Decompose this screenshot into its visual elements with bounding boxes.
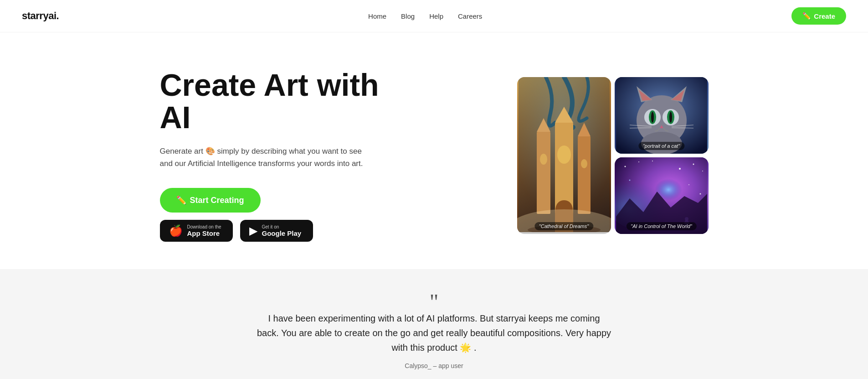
- hero-images: "Cathedral of Dreams": [517, 77, 709, 234]
- google-play-icon: ▶: [249, 224, 257, 237]
- cathedral-svg: [517, 77, 611, 232]
- svg-point-40: [699, 193, 701, 194]
- image-grid: "Cathedral of Dreams": [517, 77, 709, 234]
- start-creating-button[interactable]: ✏️ Start Creating: [160, 188, 261, 213]
- svg-rect-1: [537, 132, 550, 214]
- svg-point-7: [557, 145, 571, 164]
- cathedral-image: [517, 77, 611, 232]
- space-label: "AI in Control of The World": [626, 222, 696, 230]
- navbar: starryai. Home Blog Help Careers ✏️ Crea…: [0, 0, 868, 32]
- app-store-big-text: App Store: [187, 229, 221, 237]
- cathedral-card: "Cathedral of Dreams": [517, 77, 611, 234]
- svg-point-37: [652, 161, 653, 161]
- testimonial-text: I have been experimenting with a lot of …: [257, 311, 612, 355]
- nav-create-label: Create: [814, 12, 835, 20]
- svg-point-8: [540, 154, 547, 165]
- cathedral-label: "Cathedral of Dreams": [534, 222, 593, 230]
- nav-careers[interactable]: Careers: [458, 12, 482, 20]
- svg-point-23: [669, 112, 672, 123]
- space-card: "AI in Control of The World": [615, 157, 709, 234]
- cat-label: "portrait of a cat": [638, 142, 684, 150]
- start-button-label: Start Creating: [190, 196, 244, 205]
- nav-home[interactable]: Home: [368, 12, 386, 20]
- svg-point-9: [581, 159, 587, 168]
- nav-help[interactable]: Help: [429, 12, 443, 20]
- svg-point-35: [702, 171, 703, 171]
- nav-blog[interactable]: Blog: [401, 12, 415, 20]
- apple-icon: 🍎: [169, 224, 183, 237]
- svg-point-39: [688, 184, 689, 185]
- app-store-button[interactable]: 🍎 Download on the App Store: [160, 220, 233, 242]
- testimonial-author: Calypso_ – app user: [22, 362, 846, 369]
- hero-content: Create Art with AI Generate art 🎨 simply…: [160, 69, 397, 242]
- svg-point-34: [693, 163, 694, 165]
- hero-desc-part2: and our Artificial Intelligence transfor…: [160, 159, 363, 168]
- svg-point-32: [624, 166, 626, 167]
- hero-desc-part1: Generate art 🎨 simply by describing what…: [160, 147, 362, 156]
- store-buttons: 🍎 Download on the App Store ▶ Get it on …: [160, 220, 397, 242]
- cat-card: "portrait of a cat": [615, 77, 709, 154]
- nav-create-button[interactable]: ✏️ Create: [791, 7, 846, 25]
- testimonial-section: " I have been experimenting with a lot o…: [0, 269, 868, 379]
- logo[interactable]: starryai.: [22, 10, 59, 22]
- hero-description: Generate art 🎨 simply by describing what…: [160, 145, 397, 170]
- svg-point-38: [629, 179, 630, 181]
- hero-title: Create Art with AI: [160, 69, 397, 134]
- hero-buttons: ✏️ Start Creating 🍎 Download on the App …: [160, 188, 397, 242]
- svg-point-22: [651, 112, 654, 123]
- nav-links: Home Blog Help Careers: [368, 12, 482, 20]
- quote-mark: ": [22, 296, 846, 307]
- hero-section: Create Art with AI Generate art 🎨 simply…: [138, 32, 730, 269]
- pencil-icon: ✏️: [802, 12, 811, 20]
- google-play-big-text: Google Play: [262, 229, 302, 237]
- google-play-button[interactable]: ▶ Get it on Google Play: [240, 220, 313, 242]
- start-pencil-icon: ✏️: [176, 195, 186, 205]
- svg-point-44: [685, 217, 688, 221]
- app-store-small-text: Download on the: [187, 224, 221, 229]
- svg-rect-5: [578, 136, 591, 214]
- app-store-text: Download on the App Store: [187, 224, 221, 237]
- google-play-small-text: Get it on: [262, 224, 302, 229]
- svg-point-33: [638, 161, 639, 162]
- google-play-text: Get it on Google Play: [262, 224, 302, 237]
- svg-point-36: [679, 168, 681, 170]
